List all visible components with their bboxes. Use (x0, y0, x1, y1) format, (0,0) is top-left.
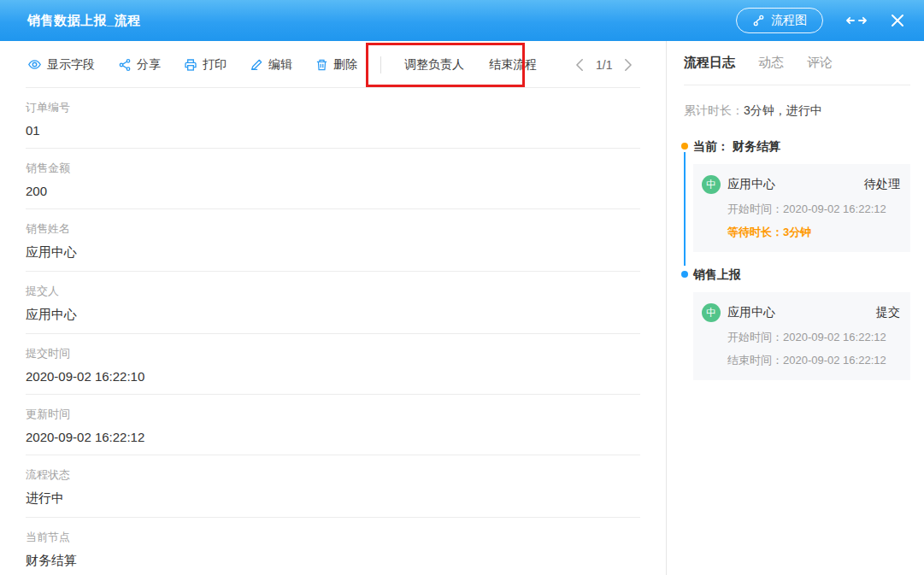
header-actions: 流程图 (736, 8, 905, 33)
start-time-line: 开始时间：2020-09-02 16:22:12 (727, 202, 900, 217)
field-value: 2020-09-02 16:22:12 (26, 430, 640, 444)
field-label: 更新时间 (26, 407, 640, 422)
card-status-badge: 提交 (876, 305, 900, 320)
field-row-current-node: 当前节点 财务结算 (26, 518, 640, 572)
timeline-card-submitted: 中 应用中心 提交 开始时间：2020-09-02 16:22:12 结束时间：… (693, 292, 910, 380)
user-name: 应用中心 (727, 177, 864, 192)
field-list: 订单编号 01 销售金额 200 销售姓名 应用中心 提交人 应用中心 提交时间 (0, 88, 666, 575)
timeline-dot-orange (681, 143, 688, 150)
total-duration-summary: 累计时长：3分钟，进行中 (684, 103, 910, 119)
user-avatar: 中 (702, 175, 721, 194)
field-label: 销售姓名 (26, 221, 640, 237)
process-detail-window: 销售数据上报_流程 流程图 (0, 0, 924, 575)
field-value: 01 (26, 123, 640, 138)
edit-icon (250, 58, 263, 72)
field-value: 应用中心 (26, 244, 640, 261)
field-row-current-owner: 当前负责人 应用中心 (26, 572, 640, 575)
field-label: 流程状态 (26, 467, 640, 483)
tab-activity[interactable]: 动态 (758, 55, 784, 71)
tab-comments[interactable]: 评论 (807, 55, 833, 71)
record-detail-main: 显示字段 分享 (0, 41, 667, 575)
end-process-button[interactable]: 结束流程 (489, 57, 537, 73)
end-time-line: 结束时间：2020-09-02 16:22:12 (727, 353, 900, 368)
prev-record-icon[interactable] (574, 58, 586, 72)
flowchart-button[interactable]: 流程图 (736, 8, 823, 33)
field-label: 提交时间 (26, 346, 640, 361)
close-icon[interactable] (890, 13, 905, 28)
show-fields-label: 显示字段 (47, 57, 95, 73)
field-label: 销售金额 (26, 161, 640, 176)
field-value: 进行中 (26, 490, 640, 507)
user-name: 应用中心 (727, 305, 876, 320)
share-icon (118, 58, 132, 72)
field-row-submitter: 提交人 应用中心 (26, 272, 640, 334)
eye-icon (27, 57, 42, 72)
field-label: 订单编号 (26, 100, 640, 115)
start-time-line: 开始时间：2020-09-02 16:22:12 (727, 330, 900, 345)
timeline-item-current-node: 当前： 财务结算 中 应用中心 待处理 开始时间：2020-09-02 16:2… (681, 139, 910, 252)
panel-tabs: 流程日志 动态 评论 (684, 41, 910, 85)
timeline-card-pending: 中 应用中心 待处理 开始时间：2020-09-02 16:22:12 等待时长… (693, 164, 910, 252)
expand-left-right-icon[interactable] (845, 14, 868, 27)
field-row-submit-time: 提交时间 2020-09-02 16:22:10 (26, 334, 640, 395)
print-button[interactable]: 打印 (184, 57, 227, 73)
field-value: 应用中心 (26, 307, 640, 323)
adjust-owner-button[interactable]: 调整负责人 (404, 57, 464, 73)
user-avatar: 中 (702, 303, 721, 322)
flowchart-button-label: 流程图 (771, 13, 807, 28)
field-value: 2020-09-02 16:22:10 (26, 369, 640, 384)
edit-label: 编辑 (268, 57, 292, 73)
page-title: 销售数据上报_流程 (27, 13, 141, 29)
timeline-node-title: 当前： 财务结算 (693, 139, 910, 155)
header-bar: 销售数据上报_流程 流程图 (0, 0, 924, 41)
flowchart-icon (752, 15, 765, 27)
edit-button[interactable]: 编辑 (250, 57, 292, 73)
timeline-node-title: 销售上报 (693, 267, 910, 283)
field-row-sales-amount: 销售金额 200 (26, 149, 640, 209)
toolbar: 显示字段 分享 (0, 41, 666, 88)
show-fields-button[interactable]: 显示字段 (27, 57, 95, 73)
share-label: 分享 (137, 57, 161, 73)
print-icon (184, 58, 197, 72)
pager-position: 1/1 (596, 58, 612, 72)
timeline-connector-line (684, 152, 686, 266)
timeline-dot-blue (681, 271, 688, 278)
process-timeline: 当前： 财务结算 中 应用中心 待处理 开始时间：2020-09-02 16:2… (681, 139, 910, 380)
field-row-update-time: 更新时间 2020-09-02 16:22:12 (26, 395, 640, 455)
field-row-process-status: 流程状态 进行中 (26, 455, 640, 518)
field-row-order-number: 订单编号 01 (26, 88, 640, 149)
record-pager: 1/1 (574, 58, 633, 72)
timeline-item-sales-report: 销售上报 中 应用中心 提交 开始时间：2020-09-02 16:22:12 … (681, 267, 910, 380)
delete-label: 删除 (333, 57, 357, 73)
field-label: 当前节点 (26, 530, 640, 545)
total-duration-label: 累计时长： (684, 103, 744, 117)
waiting-duration-line: 等待时长：3分钟 (727, 225, 900, 240)
field-row-sales-name: 销售姓名 应用中心 (26, 209, 640, 272)
total-duration-value: 3分钟，进行中 (744, 103, 822, 117)
field-value: 200 (26, 184, 640, 198)
next-record-icon[interactable] (622, 58, 633, 72)
tab-process-log[interactable]: 流程日志 (684, 55, 735, 71)
delete-button[interactable]: 删除 (315, 57, 357, 73)
field-value: 财务结算 (26, 553, 640, 569)
share-button[interactable]: 分享 (118, 57, 161, 73)
card-head: 中 应用中心 待处理 (702, 175, 900, 194)
field-label: 提交人 (26, 284, 640, 299)
toolbar-divider (380, 56, 381, 73)
card-head: 中 应用中心 提交 (702, 303, 900, 322)
card-status-badge: 待处理 (864, 177, 900, 192)
print-label: 打印 (203, 57, 227, 73)
process-log-panel: 流程日志 动态 评论 累计时长：3分钟，进行中 当前： 财务结算 中 应用中心 (667, 41, 924, 575)
trash-icon (315, 58, 328, 72)
